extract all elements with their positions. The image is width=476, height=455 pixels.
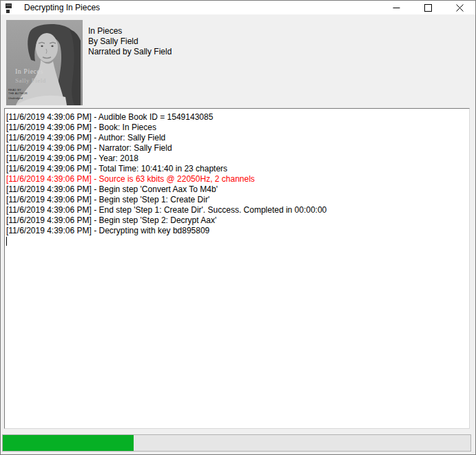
minimize-icon [393,4,400,12]
log-line: [11/6/2019 4:39:06 PM] - Begin step 'Ste… [6,195,468,205]
log-line: [11/6/2019 4:39:06 PM] - End step 'Step … [6,205,468,215]
cover-readby-text: READ BYTHE AUTHOR [8,88,28,95]
log-line: [11/6/2019 4:39:06 PM] - Audible Book ID… [6,112,468,123]
log-line: [11/6/2019 4:39:06 PM] - Begin step 'Ste… [6,215,468,226]
minimize-button[interactable] [380,1,412,14]
cover-author-text: Sally Field [15,77,46,84]
cover-title-text: In Pieces [15,67,43,75]
log-line: [11/6/2019 4:39:06 PM] - Begin step 'Con… [6,184,468,195]
app-icon [6,2,17,13]
book-info: In Pieces By Sally Field Narrated by Sal… [88,26,172,57]
log-line: [11/6/2019 4:39:06 PM] - Source is 63 kb… [6,174,468,184]
log-line: [11/6/2019 4:39:06 PM] - Book: In Pieces [6,123,468,133]
book-author: By Sally Field [88,36,172,47]
maximize-icon [424,4,432,12]
log-line: [11/6/2019 4:39:06 PM] - Narrator: Sally… [6,143,468,154]
titlebar[interactable]: Decrypting In Pieces [1,1,475,14]
close-button[interactable] [444,1,475,14]
app-window: Decrypting In Pieces [0,0,476,455]
maximize-button[interactable] [412,1,444,14]
log-line: [11/6/2019 4:39:06 PM] - Author: Sally F… [6,133,468,143]
text-caret [6,237,7,246]
close-icon [456,4,464,12]
book-narrator: Narrated by Sally Field [88,47,172,57]
window-title: Decrypting In Pieces [24,1,100,14]
caption-buttons [380,1,475,14]
log-line: [11/6/2019 4:39:06 PM] - Year: 2018 [6,154,468,164]
book-cover-image: In Pieces Sally Field READ BYTHE AUTHOR … [6,20,83,105]
log-line: [11/6/2019 4:39:06 PM] - Decrypting with… [6,226,468,236]
cover-edition-text: Unabridged [8,96,23,100]
progress-bar [2,434,471,452]
progress-fill [3,435,134,451]
book-title: In Pieces [88,26,172,36]
log-textbox[interactable]: [11/6/2019 4:39:06 PM] - Audible Book ID… [4,108,470,429]
log-line: [11/6/2019 4:39:06 PM] - Total Time: 10:… [6,164,468,174]
